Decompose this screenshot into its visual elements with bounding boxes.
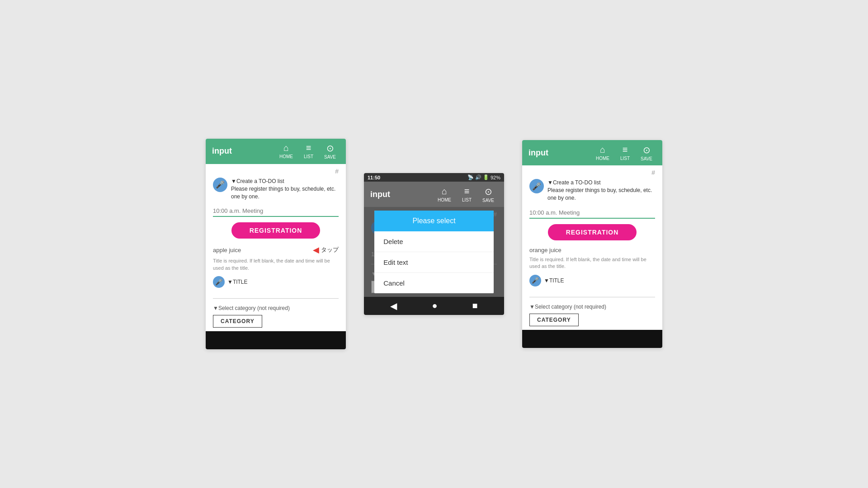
- mic-icon-title-3: 🎤: [529, 275, 541, 286]
- registration-btn-3[interactable]: REGISTRATION: [548, 224, 637, 240]
- save-icon-1: ⊙: [326, 143, 334, 154]
- nav-actions-3: ⌂ HOME ≡ LIST ⊙ SAVE: [590, 142, 658, 164]
- home-icon-2: ⌂: [442, 186, 447, 197]
- registration-btn-1[interactable]: REGISTRATION: [231, 222, 321, 239]
- chat-title-1: ▼Create a TO-DO list: [231, 178, 339, 185]
- chat-row-3: 🎤 ▼Create a TO-DO list Please register t…: [529, 179, 655, 202]
- list-icon-2: ≡: [464, 186, 470, 197]
- modal-header-2: Please select: [374, 211, 494, 231]
- category-btn-3[interactable]: CATEGORY: [529, 314, 579, 326]
- tap-arrow-icon-1: ◀: [313, 245, 319, 255]
- modal-edit-2[interactable]: Edit text: [374, 252, 494, 273]
- home-icon-3: ⌂: [600, 145, 605, 155]
- nav-list-3[interactable]: ≡ LIST: [615, 142, 635, 164]
- modal-box-2: Please select Delete Edit text Cancel: [374, 211, 494, 293]
- list-item-row-1: apple juice ◀ タップ: [213, 245, 339, 255]
- save-label-3: SAVE: [641, 156, 652, 161]
- nav-save-1[interactable]: ⊙ SAVE: [319, 140, 341, 162]
- phone-screen-1: input ⌂ HOME ≡ LIST ⊙ SAVE # 🎤 ▼Create a…: [206, 139, 346, 349]
- nav-input-label-3: input: [527, 148, 548, 158]
- list-icon-1: ≡: [306, 143, 311, 153]
- list-item-text-1: apple juice: [213, 247, 313, 253]
- title-row-3: 🎤 ▼TITLE: [529, 275, 655, 286]
- title-input-line-1: [213, 290, 339, 299]
- nav-bar-1: input ⌂ HOME ≡ LIST ⊙ SAVE: [206, 139, 346, 164]
- bottom-bar-3: [522, 330, 662, 348]
- hash-3: #: [529, 169, 655, 176]
- bottom-bar-2: ◀ ● ■: [364, 297, 504, 315]
- home-label-2: HOME: [438, 197, 451, 202]
- nav-input-label-2: input: [368, 190, 390, 199]
- content-2: # 🎤 ▼Create a TO-DO list Please register…: [364, 207, 504, 296]
- nav-save-3[interactable]: ⊙ SAVE: [635, 142, 658, 164]
- nav-bar-2: input ⌂ HOME ≡ LIST ⊙ SAVE: [364, 182, 504, 207]
- chat-body-1: Please register things to buy, schedule,…: [231, 185, 339, 201]
- save-icon-3: ⊙: [643, 145, 651, 155]
- title-label-1: ▼TITLE: [227, 279, 248, 285]
- save-label-1: SAVE: [324, 155, 336, 160]
- status-time-2: 11:50: [368, 175, 380, 180]
- nav-bar-3: input ⌂ HOME ≡ LIST ⊙ SAVE: [522, 140, 662, 165]
- phone-screen-2: 11:50 📡 🔊 🔋 92% input ⌂ HOME ≡ LIST ⊙ SA…: [364, 173, 504, 314]
- recent-btn-2[interactable]: ■: [472, 300, 477, 311]
- mic-icon-1: 🎤: [213, 178, 227, 192]
- modal-delete-2[interactable]: Delete: [374, 231, 494, 252]
- hint-text-3: Title is required. If left blank, the da…: [529, 256, 655, 270]
- list-label-2: LIST: [462, 197, 472, 202]
- bottom-bar-1: [206, 331, 346, 349]
- status-icons-2: 📡 🔊 🔋: [467, 174, 489, 180]
- home-btn-2[interactable]: ●: [432, 300, 437, 311]
- content-1: # 🎤 ▼Create a TO-DO list Please register…: [206, 164, 346, 331]
- home-label-3: HOME: [596, 156, 609, 161]
- category-label-1: ▼Select category (not required): [213, 305, 339, 311]
- nav-list-1[interactable]: ≡ LIST: [298, 140, 319, 162]
- tap-indicator-1: ◀ タップ: [313, 245, 339, 255]
- back-btn-2[interactable]: ◀: [390, 300, 397, 311]
- mic-icon-3: 🎤: [529, 179, 544, 193]
- tap-text-1: タップ: [321, 246, 339, 254]
- save-icon-2: ⊙: [485, 186, 492, 197]
- chat-row-1: 🎤 ▼Create a TO-DO list Please register t…: [213, 178, 339, 200]
- nav-list-2[interactable]: ≡ LIST: [457, 183, 477, 206]
- nav-actions-1: ⌂ HOME ≡ LIST ⊙ SAVE: [274, 140, 341, 162]
- mic-icon-title-1: 🎤: [213, 276, 225, 288]
- hash-1: #: [213, 168, 339, 175]
- modal-cancel-2[interactable]: Cancel: [374, 273, 494, 293]
- status-battery-2: 92%: [491, 175, 500, 180]
- nav-save-2[interactable]: ⊙ SAVE: [477, 183, 500, 206]
- list-item-row-3: orange juice: [529, 247, 655, 253]
- phone-screen-3: input ⌂ HOME ≡ LIST ⊙ SAVE # 🎤 ▼Create a…: [522, 140, 662, 347]
- nav-home-3[interactable]: ⌂ HOME: [590, 142, 615, 164]
- home-label-1: HOME: [279, 154, 293, 159]
- save-label-2: SAVE: [482, 198, 494, 203]
- status-right-2: 📡 🔊 🔋 92%: [467, 174, 500, 180]
- modal-overlay-2: Please select Delete Edit text Cancel: [364, 207, 504, 296]
- nav-actions-2: ⌂ HOME ≡ LIST ⊙ SAVE: [432, 183, 500, 206]
- nav-input-label-1: input: [210, 146, 232, 156]
- chat-text-1: ▼Create a TO-DO list Please register thi…: [231, 178, 339, 200]
- nav-home-2[interactable]: ⌂ HOME: [432, 183, 457, 206]
- status-bar-2: 11:50 📡 🔊 🔋 92%: [364, 173, 504, 182]
- list-label-1: LIST: [304, 154, 313, 159]
- home-icon-1: ⌂: [283, 143, 289, 153]
- category-btn-1[interactable]: CATEGORY: [213, 315, 262, 328]
- todo-input-3[interactable]: [529, 207, 655, 219]
- list-item-text-3: orange juice: [529, 247, 655, 253]
- nav-home-1[interactable]: ⌂ HOME: [274, 140, 298, 162]
- category-label-3: ▼Select category (not required): [529, 304, 655, 310]
- hint-text-1: Title is required. If left blank, the da…: [213, 258, 339, 272]
- content-3: # 🎤 ▼Create a TO-DO list Please register…: [522, 165, 662, 329]
- title-row-1: 🎤 ▼TITLE: [213, 276, 339, 288]
- list-label-3: LIST: [620, 156, 630, 161]
- chat-title-3: ▼Create a TO-DO list: [547, 179, 655, 187]
- todo-input-1[interactable]: [213, 206, 339, 217]
- title-label-3: ▼TITLE: [544, 277, 564, 284]
- chat-text-3: ▼Create a TO-DO list Please register thi…: [547, 179, 655, 202]
- chat-body-3: Please register things to buy, schedule,…: [547, 187, 655, 202]
- list-icon-3: ≡: [623, 145, 628, 155]
- title-input-line-3: [529, 288, 655, 297]
